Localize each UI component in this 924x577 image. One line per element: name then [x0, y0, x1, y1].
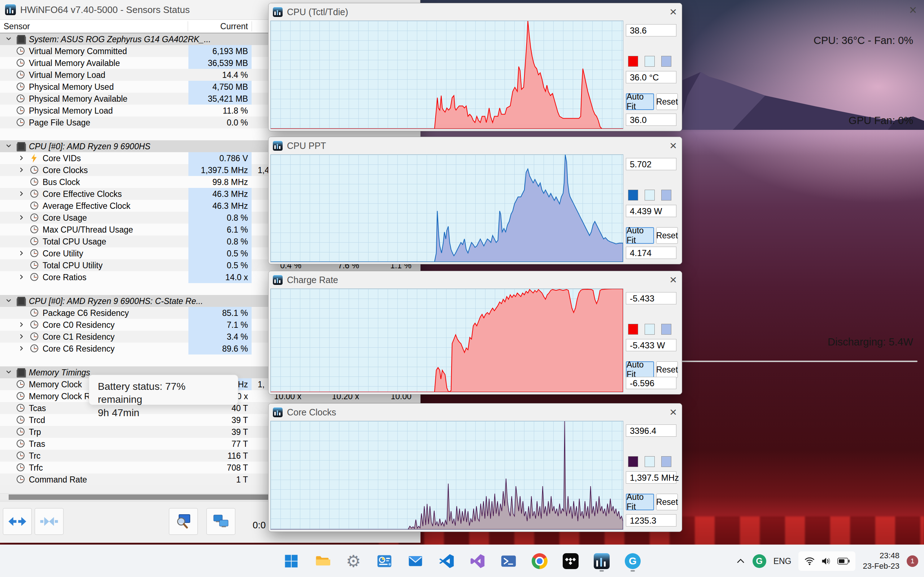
grid-color-swatch[interactable]: [661, 56, 671, 67]
language-indicator[interactable]: ENG: [774, 556, 792, 566]
taskbar-center-icons: ⚙G: [280, 545, 644, 577]
sensor-current-value: 0.8 %: [188, 212, 252, 224]
close-icon[interactable]: ×: [670, 5, 677, 18]
grid-color-swatch[interactable]: [661, 456, 671, 467]
sensor-clock-icon: [30, 249, 38, 257]
screen-capture-button[interactable]: [169, 508, 198, 535]
graph-plot-area: [270, 21, 624, 129]
taskbar-icon-system-panel[interactable]: [373, 550, 396, 573]
series-color-swatch[interactable]: [628, 324, 638, 335]
sensor-current-value: 0.786 V: [188, 152, 252, 164]
collapse-columns-button[interactable]: [35, 508, 63, 535]
taskbar-icon-hwinfo[interactable]: [590, 550, 613, 573]
series-color-swatch[interactable]: [628, 56, 638, 67]
series-color-swatch[interactable]: [628, 190, 638, 200]
battery-status-line1: Battery status: 77% remaining: [98, 380, 229, 406]
close-icon[interactable]: ×: [670, 406, 677, 418]
chevron-right-icon[interactable]: [18, 214, 25, 221]
chevron-down-icon[interactable]: [5, 35, 12, 43]
close-icon[interactable]: ×: [670, 139, 677, 152]
graph-current-value: 4.439 W: [626, 205, 677, 217]
background-color-swatch[interactable]: [645, 324, 655, 335]
sensor-label: Average Effective Clock: [43, 201, 130, 211]
taskbar-icon-settings[interactable]: ⚙: [342, 550, 365, 573]
chevron-right-icon[interactable]: [18, 345, 25, 352]
taskbar-icon-powershell[interactable]: [497, 550, 520, 573]
graph-current-value: -5.433 W: [626, 339, 677, 351]
grammarly-tray-icon[interactable]: G: [753, 554, 766, 568]
graph-title: CPU (Tctl/Tdie): [287, 7, 348, 17]
autofit-button[interactable]: Auto Fit: [626, 361, 654, 378]
sensor-clock-icon: [30, 213, 38, 221]
chevron-right-icon[interactable]: [18, 273, 25, 280]
series-color-swatch[interactable]: [628, 456, 638, 467]
graph-titlebar[interactable]: CPU PPT: [268, 137, 682, 154]
quick-settings-group[interactable]: [798, 551, 855, 571]
wifi-icon: [804, 556, 815, 567]
reset-button[interactable]: Reset: [656, 361, 678, 378]
sensor-label: Physical Memory Available: [29, 94, 128, 104]
autofit-button[interactable]: Auto Fit: [626, 93, 654, 110]
clock[interactable]: 23:48 23-Feb-23: [863, 551, 900, 571]
taskbar-icon-chrome[interactable]: [528, 550, 551, 573]
graph-min-value: 36.0: [626, 114, 677, 126]
grid-color-swatch[interactable]: [661, 324, 671, 335]
sensor-current-value: 1 T: [188, 475, 252, 485]
taskbar-icon-ghelper[interactable]: G: [621, 550, 644, 573]
sensor-clock-icon: [16, 463, 24, 471]
taskbar-icon-vscode[interactable]: [435, 550, 458, 573]
grid-color-swatch[interactable]: [661, 190, 671, 200]
taskbar-icon-file-explorer[interactable]: [311, 550, 334, 573]
sensor-clock-icon: [30, 273, 38, 281]
graph-titlebar[interactable]: Charge Rate: [268, 271, 682, 288]
column-current[interactable]: Current: [188, 22, 248, 31]
background-color-swatch[interactable]: [645, 190, 655, 200]
background-color-swatch[interactable]: [645, 456, 655, 467]
chevron-right-icon[interactable]: [18, 321, 25, 328]
sensor-label: Trc: [29, 451, 40, 461]
sensor-current-value: 11.8 %: [188, 106, 252, 116]
graph-plot-area: [270, 288, 624, 392]
background-color-swatch[interactable]: [645, 56, 655, 67]
chevron-right-icon[interactable]: [18, 154, 25, 161]
expand-columns-button[interactable]: [3, 508, 32, 535]
chevron-right-icon[interactable]: [18, 250, 25, 257]
chevron-down-icon[interactable]: [5, 369, 12, 376]
remote-monitoring-button[interactable]: [207, 508, 235, 535]
autofit-button[interactable]: Auto Fit: [626, 227, 654, 244]
taskbar-icon-mail[interactable]: [404, 550, 427, 573]
reset-button[interactable]: Reset: [656, 227, 678, 244]
sensor-label: Core C6 Residency: [43, 344, 115, 354]
column-sensor[interactable]: Sensor: [3, 22, 30, 31]
taskbar-icon-tidal[interactable]: [559, 550, 582, 573]
tray-chevron-up-icon[interactable]: [736, 556, 745, 566]
graph-title: CPU PPT: [287, 141, 326, 151]
taskbar-icon-visual-studio[interactable]: [466, 550, 489, 573]
chevron-down-icon[interactable]: [5, 142, 12, 150]
autofit-button[interactable]: Auto Fit: [626, 494, 654, 510]
sensor-label: Virtual Memory Committed: [29, 47, 127, 56]
sensor-current-value: 0.5 %: [188, 247, 252, 259]
graph-titlebar[interactable]: CPU (Tctl/Tdie): [268, 3, 682, 21]
sensor-clock-icon: [16, 59, 24, 67]
graph-max-value: 3396.4: [626, 424, 677, 437]
notification-count-badge[interactable]: 1: [907, 555, 918, 567]
chevron-right-icon[interactable]: [18, 190, 25, 197]
sensor-label: Command Rate: [29, 475, 87, 485]
chevron-down-icon[interactable]: [5, 297, 12, 305]
sensor-label: Core Usage: [43, 213, 87, 223]
sensor-label: Package C6 Residency: [43, 308, 129, 318]
reset-button[interactable]: Reset: [656, 494, 678, 510]
reset-button[interactable]: Reset: [656, 93, 678, 110]
close-icon[interactable]: ×: [670, 273, 677, 285]
graph-max-value: 38.6: [626, 24, 677, 36]
chevron-right-icon[interactable]: [18, 166, 25, 174]
taskbar-icon-start[interactable]: [280, 550, 303, 573]
battery-icon: [837, 558, 850, 565]
tray-date: 23-Feb-23: [863, 561, 900, 572]
graph-window-cpu-tctl: CPU (Tctl/Tdie) × 38.6 36.0 °C Auto Fit …: [268, 3, 682, 131]
graph-titlebar[interactable]: Core Clocks: [268, 403, 682, 421]
chevron-right-icon[interactable]: [18, 333, 25, 340]
graph-window-core-clocks: Core Clocks × 3396.4 1,397.5 MHz Auto Fi…: [268, 403, 682, 532]
hwinfo-app-icon: [273, 408, 283, 417]
